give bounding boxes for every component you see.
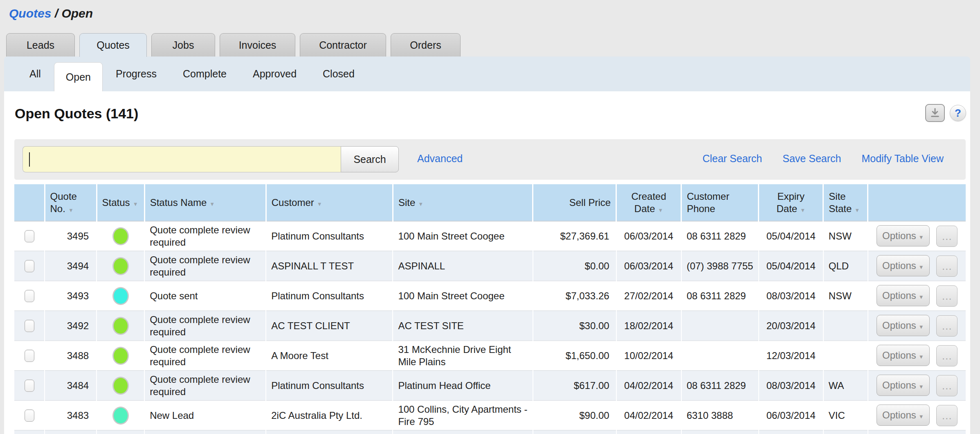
column-header-site_state[interactable]: Site State▼ [823,184,868,221]
more-button[interactable]: … [936,315,958,337]
breadcrumb: Quotes / Open [9,7,93,20]
tab-quotes[interactable]: Quotes [79,33,147,57]
subtab-all[interactable]: All [16,68,54,80]
sort-arrow-icon: ▼ [854,207,860,213]
options-button[interactable]: Options▼ [877,345,930,366]
column-header-site[interactable]: Site▼ [393,184,533,221]
modify-table-view-link[interactable]: Modify Table View [861,153,944,165]
cell-sell_price: $30.00 [533,311,616,341]
cell-status [97,371,144,400]
main-tabs: Leads Quotes Jobs Invoices Contractor Or… [6,33,461,57]
status-indicator [112,347,129,365]
column-header-status_name[interactable]: Status Name▼ [144,184,266,221]
sort-arrow-icon: ▼ [800,207,805,213]
more-button[interactable]: … [936,405,958,426]
dropdown-arrow-icon: ▼ [919,354,924,360]
breadcrumb-quotes-link[interactable]: Quotes [9,7,51,20]
search-input[interactable] [22,146,341,172]
cell-customer: A Moore Test [266,341,393,371]
options-button[interactable]: Options▼ [877,255,930,276]
column-header-created_date[interactable]: Created Date▼ [616,184,681,221]
cell-quote_no: 3483 [45,400,97,430]
cell-expiry_date: 08/03/2014 [759,371,823,400]
status-indicator [112,317,129,335]
cell-actions: Options▼… [868,341,966,371]
row-checkbox[interactable] [25,320,34,332]
cell-customer_phone: 08 6311 2829 [681,281,759,311]
cell-sell_price: $7,033.26 [533,281,616,311]
dropdown-arrow-icon: ▼ [919,324,924,330]
sort-arrow-icon: ▼ [209,201,215,207]
cell-status_name: Quote complete review required [144,371,266,400]
more-button[interactable]: … [936,285,958,307]
search-button[interactable]: Search [341,146,399,172]
cell-quote_no: 3493 [45,281,97,311]
tab-orders[interactable]: Orders [391,33,461,57]
cell-actions: Options▼… [868,400,966,430]
tab-contractor[interactable]: Contractor [300,33,386,57]
table-row: 3484Quote complete review requiredPlatin… [14,371,966,400]
more-button[interactable]: … [936,255,958,277]
more-button[interactable]: … [936,226,958,247]
row-checkbox[interactable] [25,260,34,272]
dropdown-arrow-icon: ▼ [919,384,924,390]
cell-customer: Platinum Consultants [266,221,393,251]
cell-site_state: NSW [823,281,868,311]
cell-created_date: 06/03/2014 [616,221,681,251]
options-button[interactable]: Options▼ [877,405,930,426]
column-header-expiry_date[interactable]: Expiry Date▼ [759,184,823,221]
tab-leads[interactable]: Leads [6,33,75,57]
subtab-approved[interactable]: Approved [240,68,310,80]
column-header-sell_price: Sell Price [533,184,616,221]
sort-arrow-icon: ▼ [68,207,74,213]
table-row: 3493Quote sentPlatinum Consultants100 Ma… [14,281,966,311]
cell-customer: ASPINALL T TEST [266,251,393,281]
row-checkbox[interactable] [25,290,34,302]
subtab-open[interactable]: Open [54,62,103,91]
cell-site: 100 Main Street Coogee [393,221,533,251]
cell-customer: 2iC Australia Pty Ltd. [266,400,393,430]
cell-expiry_date: 05/04/2014 [759,251,823,281]
cell-customer_phone: 08 6311 2829 [681,221,759,251]
options-button[interactable]: Options▼ [877,315,930,336]
download-button[interactable] [925,104,945,122]
clear-search-link[interactable]: Clear Search [702,153,762,165]
cell-actions: Options▼… [868,281,966,311]
cell-sell_price: $617.00 [533,371,616,400]
options-button[interactable]: Options▼ [877,225,930,246]
column-header-quote_no[interactable]: Quote No.▼ [45,184,97,221]
subtab-progress[interactable]: Progress [103,68,170,80]
quotes-table: Quote No.▼Status▼Status Name▼Customer▼Si… [14,184,966,434]
more-button[interactable]: … [936,345,958,366]
cell-site_state: QLD [823,251,868,281]
cell-status [97,400,144,430]
options-button[interactable]: Options▼ [877,285,930,306]
row-checkbox[interactable] [25,409,34,422]
page-title: Open Quotes (141) [15,106,138,122]
cell-created_date: 04/02/2014 [616,400,681,430]
save-search-link[interactable]: Save Search [782,153,841,165]
tab-invoices[interactable]: Invoices [220,33,295,57]
subtab-complete[interactable]: Complete [170,68,240,80]
column-header-customer[interactable]: Customer▼ [266,184,393,221]
subtab-closed[interactable]: Closed [310,68,368,80]
dropdown-arrow-icon: ▼ [919,234,924,240]
table-row: 3483New Lead2iC Australia Pty Ltd.100 Co… [14,400,966,430]
help-button[interactable]: ? [950,105,966,121]
breadcrumb-current: Open [61,7,93,20]
more-button[interactable]: … [936,375,958,396]
row-checkbox[interactable] [25,380,34,392]
cell-select [14,281,45,311]
column-header-status[interactable]: Status▼ [97,184,144,221]
row-checkbox[interactable] [25,230,34,242]
row-checkbox[interactable] [25,350,34,362]
status-indicator [112,407,129,425]
cell-expiry_date: 20/03/2014 [759,311,823,341]
status-indicator [112,377,129,395]
cell-select [14,251,45,281]
tab-jobs[interactable]: Jobs [151,33,215,57]
options-button[interactable]: Options▼ [877,375,930,396]
cell-site_state: WA [823,371,868,400]
cell-created_date: 04/02/2014 [616,371,681,400]
advanced-link[interactable]: Advanced [417,153,463,165]
